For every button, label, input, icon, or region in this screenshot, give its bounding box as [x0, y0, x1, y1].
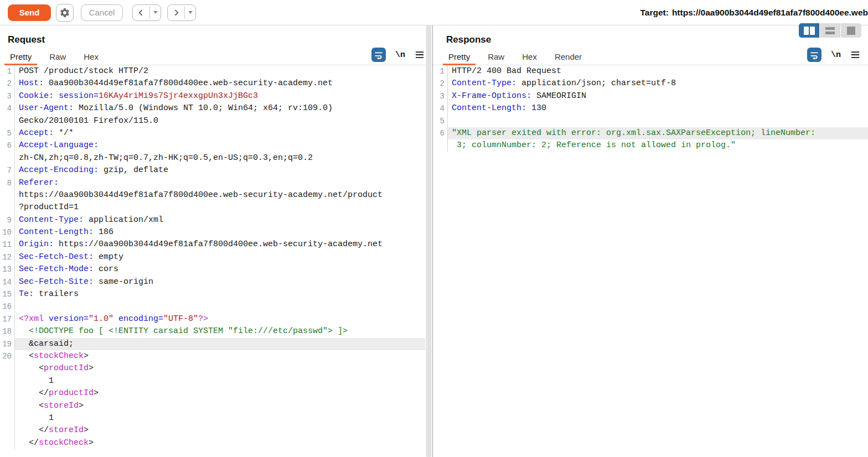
code-line[interactable]: 19 &carsaid; [0, 338, 425, 350]
cancel-button[interactable]: Cancel [81, 4, 123, 21]
response-tab-hex[interactable]: Hex [516, 49, 542, 65]
history-back-group [132, 4, 161, 21]
code-line[interactable]: https://0aa900b3044d49ef81afa7f800d400ee… [0, 189, 425, 201]
show-newlines-toggle-icon[interactable]: \n [831, 50, 841, 60]
code-line[interactable]: <productId> [0, 362, 425, 375]
settings-gear-button[interactable] [56, 4, 74, 22]
send-button[interactable]: Send [8, 4, 51, 21]
code-line[interactable]: 9Content-Type: application/xml [0, 214, 425, 226]
back-button[interactable] [133, 5, 149, 20]
editor-menu-icon[interactable] [415, 50, 425, 59]
code-line[interactable]: 13Sec-Fetch-Mode: cors [0, 263, 425, 276]
line-number: 17 [0, 313, 15, 325]
code-line[interactable]: 15Te: trailers [0, 288, 425, 300]
line-number: 3 [433, 90, 448, 102]
response-tab-raw[interactable]: Raw [482, 49, 510, 65]
chevron-left-icon [137, 8, 146, 17]
line-number: 4 [0, 102, 15, 115]
code-line[interactable]: 3X-Frame-Options: SAMEORIGIN [433, 90, 868, 102]
line-number: 18 [0, 325, 15, 337]
line-number [0, 189, 15, 201]
line-number: 19 [0, 338, 15, 350]
response-tab-pretty[interactable]: Pretty [443, 49, 476, 65]
code-line[interactable]: 8Referer: [0, 177, 425, 189]
code-line[interactable]: 12Sec-Fetch-Dest: empty [0, 251, 425, 263]
caret-down-icon [188, 11, 193, 14]
back-dropdown-button[interactable] [150, 5, 161, 20]
response-tabbar: Pretty Raw Hex Render \n [433, 48, 868, 65]
target-label: Target: [640, 8, 668, 18]
request-scrollbar-thumb[interactable] [426, 25, 431, 457]
code-line[interactable]: 7Accept-Encoding: gzip, deflate [0, 164, 425, 176]
forward-dropdown-button[interactable] [185, 5, 195, 20]
target-display[interactable]: Target: https://0aa900b3044d49ef81afa7f8… [640, 0, 868, 25]
line-number: 5 [0, 127, 15, 139]
line-number: 2 [433, 77, 448, 90]
line-number: 20 [0, 350, 15, 362]
code-line[interactable]: 17<?xml version="1.0" encoding="UTF-8"?> [0, 313, 425, 325]
line-number: 2 [0, 77, 15, 90]
history-forward-group [167, 4, 196, 21]
code-line[interactable]: 4User-Agent: Mozilla/5.0 (Windows NT 10.… [0, 102, 425, 115]
request-editor[interactable]: 1POST /product/stock HTTP/22Host: 0aa900… [0, 65, 432, 457]
line-number [0, 201, 15, 214]
code-line[interactable]: Gecko/20100101 Firefox/115.0 [0, 115, 425, 127]
forward-button[interactable] [168, 5, 184, 20]
layout-rows-button[interactable] [820, 23, 840, 38]
code-line[interactable]: 10Content-Length: 186 [0, 226, 425, 238]
code-line[interactable]: 1 [0, 375, 425, 387]
line-number [433, 139, 448, 152]
code-line[interactable]: 3Cookie: session=16KAy4riMi9s7Sjr4exxgpU… [0, 90, 425, 102]
caret-down-icon [153, 11, 158, 14]
code-line[interactable]: 20 <stockCheck> [0, 350, 425, 362]
response-tab-render[interactable]: Render [549, 49, 587, 65]
code-line[interactable]: 1POST /product/stock HTTP/2 [0, 65, 425, 77]
code-line[interactable]: 18 <!DOCTYPE foo [ <!ENTITY carsaid SYST… [0, 325, 425, 337]
code-line[interactable]: 6"XML parser exited with error: org.xml.… [433, 127, 868, 139]
line-number: 6 [0, 139, 15, 152]
editor-menu-icon[interactable] [850, 50, 860, 59]
code-line[interactable]: 2Content-Type: application/json; charset… [433, 77, 868, 90]
request-tab-hex[interactable]: Hex [78, 49, 104, 65]
line-number [0, 375, 15, 387]
request-tab-raw[interactable]: Raw [44, 49, 71, 65]
line-number [0, 115, 15, 127]
code-line[interactable]: 3; columnNumber: 2; Reference is not all… [433, 139, 868, 152]
line-number [0, 387, 15, 399]
line-number [0, 152, 15, 164]
word-wrap-toggle-icon[interactable] [807, 48, 822, 62]
request-tab-pretty[interactable]: Pretty [4, 49, 37, 65]
code-line[interactable]: </productId> [0, 387, 425, 399]
show-newlines-toggle-icon[interactable]: \n [395, 50, 405, 60]
code-line[interactable]: 1HTTP/2 400 Bad Request [433, 65, 868, 77]
line-number [0, 362, 15, 375]
line-number: 14 [0, 276, 15, 288]
code-line[interactable]: 1 [0, 412, 425, 424]
line-number: 4 [433, 102, 448, 115]
code-line[interactable]: </storeId> [0, 424, 425, 437]
code-line[interactable]: 2Host: 0aa900b3044d49ef81afa7f800d400ee.… [0, 77, 425, 90]
line-number: 10 [0, 226, 15, 238]
rows-icon [825, 27, 835, 34]
request-panel: Request Pretty Raw Hex \n [0, 25, 432, 457]
code-line[interactable]: 11Origin: https://0aa900b3044d49ef81afa7… [0, 238, 425, 251]
gear-icon [59, 7, 70, 18]
response-viewer[interactable]: 1HTTP/2 400 Bad Request2Content-Type: ap… [433, 65, 868, 457]
code-line[interactable]: 6Accept-Language: [0, 139, 425, 152]
layout-columns-button[interactable] [799, 23, 819, 38]
line-number: 7 [0, 164, 15, 176]
layout-single-button[interactable] [841, 23, 861, 38]
code-line[interactable]: 14Sec-Fetch-Site: same-origin [0, 276, 425, 288]
word-wrap-toggle-icon[interactable] [371, 48, 386, 62]
code-line[interactable]: 16 [0, 300, 425, 313]
line-number: 1 [0, 65, 15, 77]
code-line[interactable]: 4Content-Length: 130 [433, 102, 868, 115]
code-line[interactable]: 5Accept: */* [0, 127, 425, 139]
request-scrollbar[interactable] [426, 25, 432, 457]
code-line[interactable]: ?productId=1 [0, 201, 425, 214]
code-line[interactable]: </stockCheck> [0, 437, 425, 449]
line-number [0, 400, 15, 412]
code-line[interactable]: zh-CN,zh;q=0.8,zh-TW;q=0.7,zh-HK;q=0.5,e… [0, 152, 425, 164]
code-line[interactable]: 5 [433, 115, 868, 127]
code-line[interactable]: <storeId> [0, 400, 425, 412]
